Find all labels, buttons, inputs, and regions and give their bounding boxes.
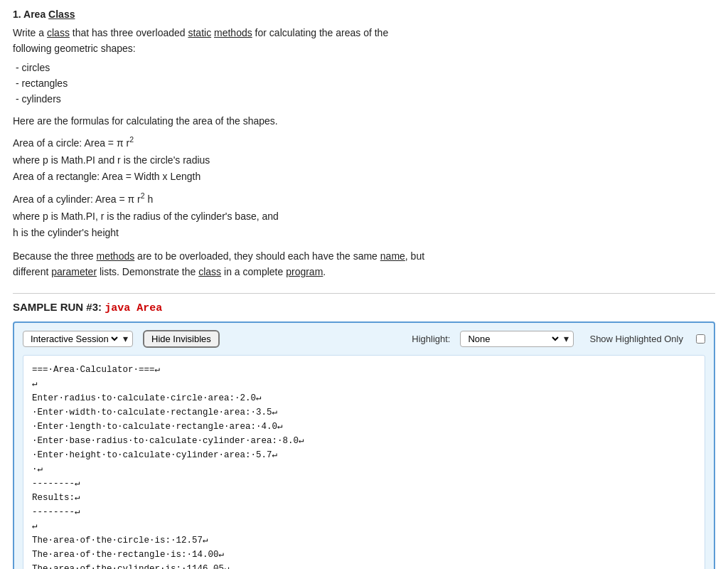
circle-formula-label: Area of a circle: Area = π r: [13, 137, 129, 149]
session-select-arrow-icon: ▾: [123, 333, 128, 344]
shape-rectangle: - rectangles: [16, 76, 715, 92]
overload-text-2: are to be overloaded, they should each h…: [134, 250, 380, 262]
show-highlighted-checkbox[interactable]: [696, 334, 705, 344]
overload-text-1: Because the three: [13, 250, 97, 262]
intro-text-2: that has three overloaded: [70, 27, 188, 38]
overload-parameter: parameter: [51, 266, 97, 277]
toolbar: Interactive Session ▾ Hide Invisibles Hi…: [23, 330, 705, 348]
sample-run-command: java Area: [105, 302, 162, 314]
interactive-container: Interactive Session ▾ Hide Invisibles Hi…: [13, 321, 715, 569]
terminal-output: ===·Area·Calculator·===↵ ↵ Enter·radius·…: [23, 355, 705, 569]
shape-circle: - circles: [16, 60, 715, 76]
circle-note: where p is Math.PI and r is the circle's…: [13, 154, 210, 166]
intro-paragraph: Write a class that has three overloaded …: [13, 26, 715, 56]
show-highlighted-label: Show Highlighted Only: [589, 334, 683, 344]
circle-exponent: 2: [129, 135, 134, 144]
formulas-intro: Here are the formulas for calculating th…: [13, 114, 715, 129]
cylinder-note1: where p is Math.PI, r is the radius of t…: [13, 211, 279, 222]
overload-program: program: [286, 266, 323, 277]
intro-text-3: for calculating the areas of the: [252, 27, 388, 38]
overload-name: name: [380, 250, 405, 262]
heading-title-underline: Class: [48, 9, 75, 20]
highlight-select[interactable]: None: [465, 333, 561, 345]
overload-methods: methods: [97, 250, 135, 262]
cylinder-suffix: h: [145, 193, 154, 205]
heading-number: 1.: [13, 9, 21, 20]
session-select[interactable]: Interactive Session: [28, 333, 120, 345]
intro-static-word: static: [188, 27, 211, 38]
cylinder-note2: h is the cylinder's height: [13, 227, 119, 238]
intro-line2: following geometric shapes:: [13, 43, 136, 54]
overload-text-6: in a complete: [221, 266, 286, 277]
rectangle-formula-label: Area of a rectangle: Area = Width x Leng…: [13, 171, 200, 182]
overload-class: class: [198, 266, 221, 277]
intro-text-1: Write a: [13, 27, 47, 38]
formula-circle: Area of a circle: Area = π r2 where p is…: [13, 134, 715, 186]
overload-paragraph: Because the three methods are to be over…: [13, 249, 715, 280]
intro-methods-word: methods: [214, 27, 252, 38]
overload-text-5: lists. Demonstrate the: [97, 266, 198, 277]
highlight-select-wrapper[interactable]: None ▾: [460, 331, 574, 347]
highlight-label: Highlight:: [412, 334, 450, 344]
formula-cylinder: Area of a cylinder: Area = π r2 h where …: [13, 190, 715, 242]
overload-text-4: different: [13, 266, 51, 277]
section-heading: 1. Area Class: [13, 9, 715, 20]
session-select-wrapper[interactable]: Interactive Session ▾: [23, 331, 133, 347]
intro-class-word: class: [47, 27, 70, 38]
highlight-select-arrow-icon: ▾: [564, 333, 569, 344]
overload-text-7: .: [323, 266, 326, 277]
heading-title-prefix: Area: [23, 9, 48, 20]
sample-run-label: SAMPLE RUN #3:: [13, 301, 105, 313]
sample-run-heading: SAMPLE RUN #3: java Area: [13, 293, 715, 314]
hide-invisibles-button[interactable]: Hide Invisibles: [143, 330, 220, 348]
shape-cylinder: - cylinders: [16, 92, 715, 107]
cylinder-formula-label: Area of a cylinder: Area = π r: [13, 193, 141, 205]
overload-text-3: , but: [405, 250, 424, 262]
